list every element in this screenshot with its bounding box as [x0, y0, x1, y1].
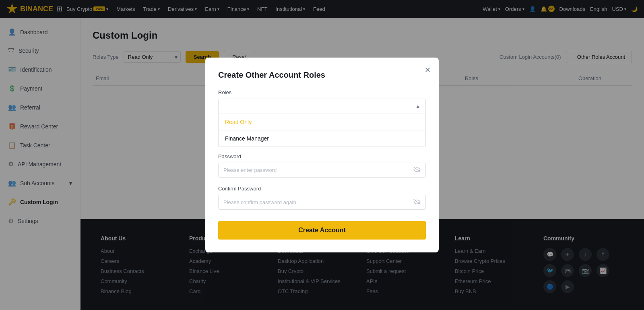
password-input[interactable] [219, 163, 409, 177]
role-option-finance-manager[interactable]: Finance Manager [219, 130, 425, 147]
modal-title: Create Other Account Roles [218, 70, 426, 80]
confirm-password-input[interactable] [219, 195, 409, 209]
chevron-up-icon: ▲ [415, 103, 421, 110]
create-account-button[interactable]: Create Account [218, 221, 426, 240]
password-eye-icon[interactable] [409, 167, 425, 174]
create-account-modal: Create Other Account Roles ✕ Roles ▲ Rea… [205, 58, 439, 252]
password-label: Password [218, 153, 426, 159]
roles-dropdown: ▲ Read Only Finance Manager [218, 99, 426, 147]
confirm-password-field-wrapper: Confirm Password [218, 186, 426, 210]
roles-dropdown-header[interactable]: ▲ [219, 99, 425, 114]
modal-overlay: Create Other Account Roles ✕ Roles ▲ Rea… [0, 0, 644, 310]
password-field-wrapper: Password [218, 153, 426, 178]
password-input-wrapper [218, 163, 426, 178]
role-option-read-only[interactable]: Read Only [219, 114, 425, 130]
confirm-password-eye-icon[interactable] [409, 199, 425, 206]
confirm-password-label: Confirm Password [218, 186, 426, 192]
confirm-password-input-wrapper [218, 195, 426, 210]
modal-close-button[interactable]: ✕ [425, 66, 431, 74]
roles-field-label: Roles [218, 89, 426, 95]
